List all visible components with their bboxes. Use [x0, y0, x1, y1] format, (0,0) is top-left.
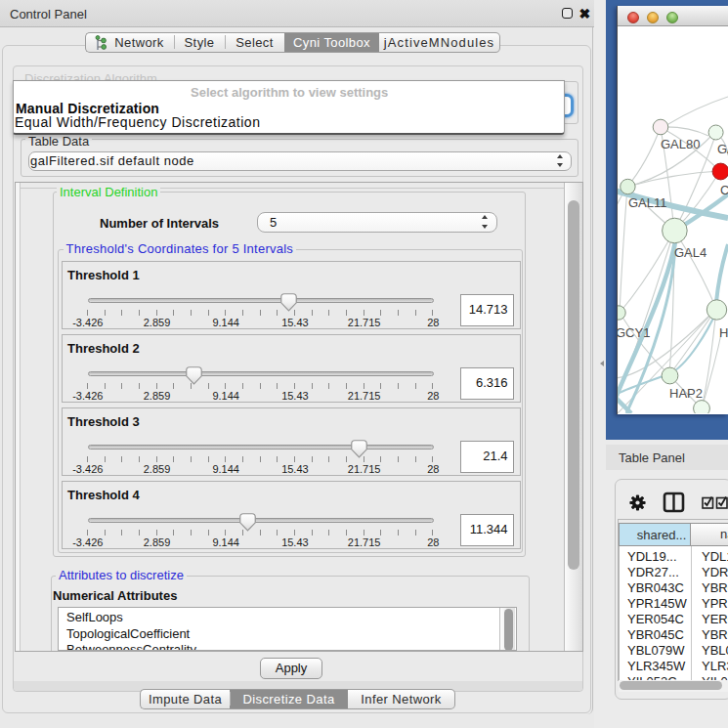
svg-text:C: C	[720, 183, 728, 197]
svg-text:GCY1: GCY1	[618, 325, 650, 340]
svg-text:H: H	[719, 325, 728, 340]
svg-text:GAL11: GAL11	[628, 195, 667, 210]
svg-text:GAL80: GAL80	[661, 137, 700, 151]
svg-text:GA: GA	[717, 142, 728, 156]
svg-text:HAP2: HAP2	[669, 386, 703, 401]
svg-text:GAL4: GAL4	[674, 245, 707, 260]
